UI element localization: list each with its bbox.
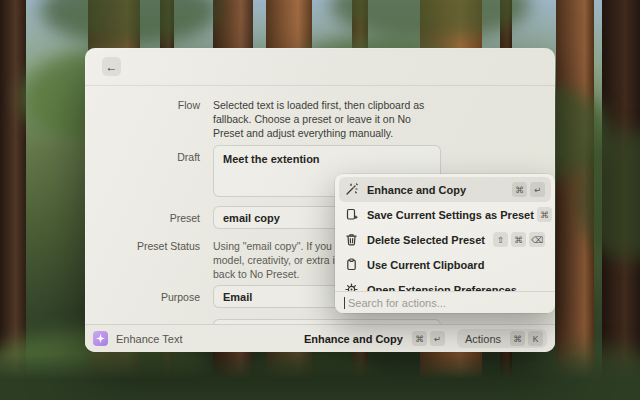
flow-description: Selected text is loaded first, then clip… <box>213 98 441 140</box>
menu-item-delete-preset[interactable]: Delete Selected Preset ⇧ ⌘ ⌫ <box>339 227 551 252</box>
gear-icon <box>345 283 358 291</box>
status-bar-actions: Enhance and Copy ⌘ ↵ Actions ⌘ K <box>304 329 547 348</box>
back-arrow-icon: ← <box>106 60 118 74</box>
shift-key-badge: ⇧ <box>493 232 508 247</box>
actions-menu-list: Enhance and Copy ⌘ ↵ Save Current Settin… <box>335 174 555 291</box>
menu-item-save-preset[interactable]: Save Current Settings as Preset ⌘ S <box>339 202 551 227</box>
k-key-badge: K <box>528 331 543 346</box>
menu-item-open-preferences[interactable]: Open Extension Preferences <box>339 277 551 291</box>
flow-row: Flow Selected text is loaded first, then… <box>85 98 555 140</box>
menu-item-shortcut: ⇧ ⌘ ⌫ <box>490 232 545 247</box>
preset-select-value: email copy <box>223 212 280 224</box>
primary-action-button[interactable]: Enhance and Copy <box>304 333 403 345</box>
actions-button-label: Actions <box>465 333 501 345</box>
menu-item-shortcut: ⌘ S <box>534 207 555 222</box>
enhance-text-app-icon <box>93 331 108 346</box>
delete-key-badge: ⌫ <box>529 232 545 247</box>
purpose-select-value: Email <box>223 291 252 303</box>
trash-icon <box>345 233 358 246</box>
actions-search-input[interactable] <box>346 296 546 310</box>
sparkle-icon <box>96 334 105 343</box>
menu-item-label: Open Extension Preferences <box>367 284 545 292</box>
preset-label: Preset <box>85 206 213 229</box>
return-key-badge: ↵ <box>530 182 545 197</box>
menu-item-label: Enhance and Copy <box>367 184 509 196</box>
menu-item-shortcut: ⌘ ↵ <box>509 182 545 197</box>
menu-item-label: Use Current Clipboard <box>367 259 545 271</box>
document-plus-icon <box>345 208 358 221</box>
wand-sparkles-icon <box>345 183 358 196</box>
return-key-badge: ↵ <box>430 331 445 346</box>
menu-item-use-clipboard[interactable]: Use Current Clipboard <box>339 252 551 277</box>
wallpaper-forest-floor <box>0 354 640 400</box>
cmd-key-badge: ⌘ <box>510 331 525 346</box>
preset-status-label: Preset Status <box>85 239 213 281</box>
clipboard-icon <box>345 258 358 271</box>
actions-search-row <box>335 291 555 313</box>
back-button[interactable]: ← <box>102 57 121 76</box>
app-name: Enhance Text <box>116 333 182 345</box>
actions-popup: Enhance and Copy ⌘ ↵ Save Current Settin… <box>335 174 555 313</box>
actions-button[interactable]: Actions ⌘ K <box>457 329 547 348</box>
purpose-label: Purpose <box>85 285 213 308</box>
flow-label: Flow <box>85 98 213 140</box>
wallpaper-foliage <box>40 0 220 45</box>
cmd-key-badge: ⌘ <box>512 182 527 197</box>
draft-label: Draft <box>85 145 213 201</box>
menu-item-label: Save Current Settings as Preset <box>367 209 534 221</box>
menu-item-label: Delete Selected Preset <box>367 234 490 246</box>
cmd-key-badge: ⌘ <box>511 232 526 247</box>
menu-item-enhance-and-copy[interactable]: Enhance and Copy ⌘ ↵ <box>339 177 551 202</box>
cmd-key-badge: ⌘ <box>412 331 427 346</box>
text-caret <box>344 297 345 309</box>
status-bar: Enhance Text Enhance and Copy ⌘ ↵ Action… <box>85 324 555 352</box>
window-header: ← <box>85 48 555 86</box>
cmd-key-badge: ⌘ <box>537 207 552 222</box>
